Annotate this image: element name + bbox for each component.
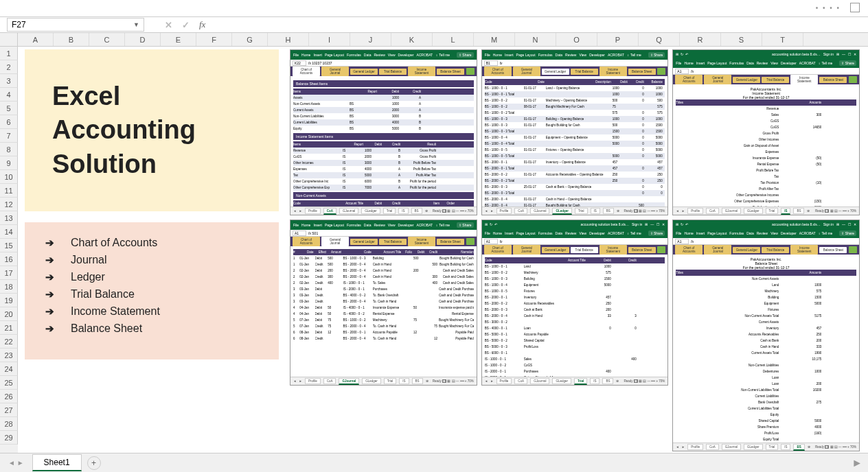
row-header[interactable]: 8 [0, 143, 18, 156]
row-header[interactable]: 11 [0, 184, 18, 198]
bullet-item: ➔Balance Sheet [45, 322, 258, 335]
row-header[interactable]: 19 [0, 294, 18, 307]
bullet-item: ➔Income Statement [45, 305, 258, 318]
thumbnail-income: ⊞↻↶accounting solution beta 8.xls…Sign i… [672, 49, 860, 215]
row-header[interactable]: 29 [0, 431, 18, 445]
arrow-icon: ➔ [45, 322, 54, 335]
row-header[interactable]: 20 [0, 307, 18, 321]
thumbnail-coa: FileHomeInsertPage LayoutFormulasDataRev… [290, 49, 477, 215]
sheet-nav-arrows[interactable]: ◄ ► [8, 459, 24, 467]
column-header[interactable]: L [433, 33, 474, 46]
row-header[interactable]: 13 [0, 211, 18, 225]
fx-icon[interactable]: fx [199, 19, 205, 30]
column-header[interactable]: N [515, 33, 556, 46]
row-header[interactable]: 3 [0, 74, 18, 88]
column-header[interactable]: M [474, 33, 515, 46]
name-box-cell: F27 [12, 20, 26, 30]
scroll-right-icon[interactable]: ► [852, 457, 863, 469]
name-box-dropdown-icon[interactable]: ▼ [133, 21, 139, 28]
title-line-1: Excel [52, 80, 279, 113]
row-header[interactable]: 5 [0, 102, 18, 115]
row-headers: 1234567891011121314151617181920212223242… [0, 47, 18, 453]
row-header[interactable]: 7 [0, 129, 18, 143]
bullet-text: Trial Balance [71, 288, 135, 300]
column-header[interactable]: A [18, 33, 54, 46]
column-header[interactable]: R [680, 33, 721, 46]
row-header[interactable]: 27 [0, 403, 18, 417]
column-header[interactable]: P [597, 33, 639, 46]
formula-bar: F27 ▼ ✕ ✓ fx [0, 16, 868, 33]
arrow-icon: ➔ [45, 288, 54, 300]
bullets-box: ➔Chart of Accounts➔Journal➔Ledger➔Trial … [25, 222, 279, 359]
arrow-icon: ➔ [45, 254, 54, 266]
column-header[interactable]: G [232, 33, 268, 46]
row-header[interactable]: 24 [0, 362, 18, 376]
column-header[interactable]: C [89, 33, 125, 46]
row-header[interactable]: 18 [0, 280, 18, 294]
column-header[interactable]: S [721, 33, 762, 46]
spreadsheet-grid: ABCDEFGHIJKLMNOPQRST 1234567891011121314… [0, 33, 868, 453]
bullet-text: Balance Sheet [71, 322, 142, 335]
row-header[interactable]: 22 [0, 335, 18, 349]
bullet-item: ➔Chart of Accounts [45, 237, 258, 249]
row-header[interactable]: 10 [0, 170, 18, 184]
thumbnail-journal: FileHomeInsertPage LayoutFormulasDataRev… [290, 220, 477, 386]
column-header[interactable]: I [309, 33, 350, 46]
window-action-dots: • • • • [816, 4, 841, 12]
column-header[interactable]: F [196, 33, 232, 46]
column-header[interactable]: Q [639, 33, 680, 46]
column-header[interactable]: O [556, 33, 597, 46]
bullet-text: Ledger [71, 271, 105, 283]
arrow-icon: ➔ [45, 305, 54, 318]
row-header[interactable]: 25 [0, 376, 18, 390]
bullet-item: ➔Ledger [45, 271, 258, 283]
window-restore-icon[interactable] [850, 3, 860, 12]
row-header[interactable]: 4 [0, 88, 18, 102]
title-box: Excel Accounting Solution [25, 49, 279, 211]
arrow-icon: ➔ [45, 271, 54, 283]
column-header[interactable]: B [54, 33, 89, 46]
sheet-tab-1[interactable]: Sheet1 [32, 454, 82, 471]
thumbnail-balance: ⊞↻↶accounting solution beta 8.xls…Sign i… [672, 220, 860, 451]
cancel-icon: ✕ [165, 20, 172, 30]
column-header[interactable]: H [268, 33, 309, 46]
row-header[interactable]: 28 [0, 417, 18, 431]
title-line-2: Accounting [52, 113, 279, 147]
name-box[interactable]: F27 ▼ [7, 18, 144, 32]
row-header[interactable]: 16 [0, 252, 18, 266]
column-header[interactable]: J [350, 33, 391, 46]
row-header[interactable]: 21 [0, 321, 18, 335]
bullet-text: Chart of Accounts [71, 237, 157, 249]
column-header[interactable]: E [161, 33, 196, 46]
sheet-tabs-bar: ◄ ► Sheet1 + ► [0, 453, 868, 472]
thumbnails-grid: FileHomeInsertPage LayoutFormulasDataRev… [290, 49, 860, 451]
select-all-corner[interactable] [0, 33, 18, 46]
row-header[interactable]: 17 [0, 266, 18, 280]
column-header[interactable]: D [125, 33, 161, 46]
row-header[interactable]: 23 [0, 349, 18, 362]
bullet-text: Journal [71, 254, 106, 266]
row-header[interactable]: 1 [0, 47, 18, 60]
arrow-icon: ➔ [45, 237, 54, 249]
row-header[interactable]: 2 [0, 60, 18, 74]
row-header[interactable]: 15 [0, 239, 18, 252]
add-sheet-button[interactable]: + [87, 456, 101, 470]
thumbnail-ledger: FileHomeInsertPage LayoutFormulasDataRev… [481, 49, 669, 215]
row-header[interactable]: 12 [0, 198, 18, 211]
bullet-item: ➔Journal [45, 254, 258, 266]
formula-icons: ✕ ✓ fx [165, 19, 205, 30]
bullet-text: Income Statement [71, 305, 160, 318]
title-line-3: Solution [52, 148, 279, 181]
row-header[interactable]: 9 [0, 156, 18, 170]
column-header[interactable]: K [391, 33, 433, 46]
row-header[interactable]: 26 [0, 390, 18, 403]
sheet-content[interactable]: Excel Accounting Solution ➔Chart of Acco… [18, 47, 868, 453]
enter-icon: ✓ [182, 20, 190, 30]
bullet-item: ➔Trial Balance [45, 288, 258, 300]
thumbnail-trial: ⊞↻↶accounting solution beta 8.xls…Sign i… [481, 220, 669, 386]
column-headers: ABCDEFGHIJKLMNOPQRST [0, 33, 868, 47]
row-header[interactable]: 14 [0, 225, 18, 239]
column-header[interactable]: T [762, 33, 803, 46]
row-header[interactable]: 6 [0, 115, 18, 129]
